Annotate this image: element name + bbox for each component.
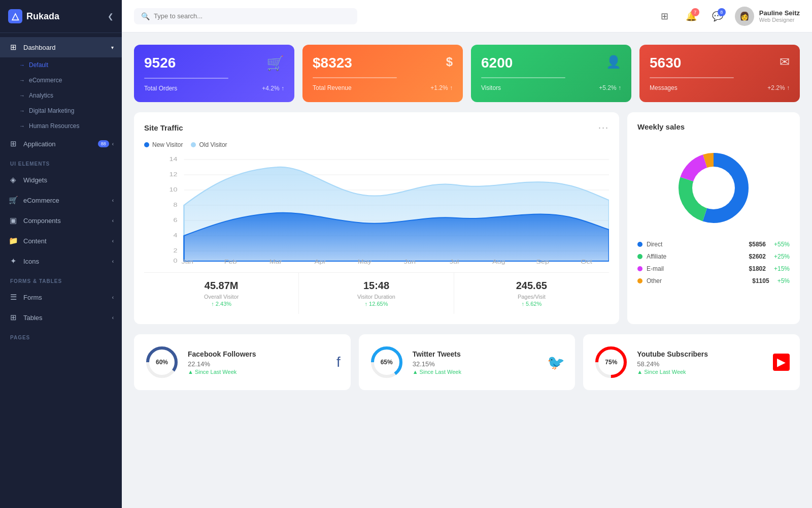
- chart-stat-pages: 245.65 Pages/Visit ↑ 5.62%: [454, 273, 609, 314]
- search-input[interactable]: [154, 12, 350, 20]
- email-dot: [637, 266, 642, 271]
- sidebar-item-widgets[interactable]: ◈ Widgets: [0, 170, 122, 190]
- svg-text:Sep: Sep: [536, 259, 549, 265]
- svg-text:Mar: Mar: [269, 259, 283, 265]
- stat-card-revenue: $8323 $ Total Revenue +1.2% ↑: [302, 45, 463, 102]
- site-traffic-title: Site Traffic: [144, 123, 183, 132]
- forms-tables-section-label: FORMS & TABLES: [0, 271, 122, 287]
- stat-card-visitors: 6200 👤 Visitors +5.2% ↑: [471, 45, 631, 102]
- sidebar-item-forms[interactable]: ☰ Forms ‹: [0, 287, 122, 307]
- weekly-sales-card: Weekly sales: [627, 112, 800, 324]
- svg-text:4: 4: [173, 232, 177, 239]
- svg-text:12: 12: [169, 171, 177, 178]
- main-area: 🔍 ⊞ 🔔 7 💬 8 👩 Pauline Seitz: [122, 0, 812, 508]
- sidebar-item-tables[interactable]: ⊞ Tables ‹: [0, 307, 122, 328]
- donut-chart: [673, 147, 754, 229]
- sidebar-subitem-digital-marketing[interactable]: Digital Marketing: [0, 103, 122, 118]
- twitter-title: Twitter Tweets: [413, 350, 539, 358]
- sidebar-subitem-default[interactable]: Default: [0, 57, 122, 73]
- svg-point-29: [692, 167, 735, 209]
- orders-icon: 🛒: [266, 55, 284, 72]
- search-box: 🔍: [134, 8, 357, 24]
- svg-text:Jun: Jun: [404, 259, 416, 265]
- application-icon: ⊞: [8, 139, 18, 149]
- facebook-progress: 60%: [144, 344, 180, 380]
- sidebar-item-components[interactable]: ▣ Components ‹: [0, 210, 122, 231]
- sidebar-item-label: Icons: [23, 258, 112, 265]
- sidebar-item-icons[interactable]: ✦ Icons ‹: [0, 251, 122, 271]
- twitter-progress-text: 65%: [381, 359, 393, 366]
- content-icon: 📁: [8, 236, 18, 246]
- sidebar-item-label: Components: [23, 217, 112, 225]
- pages-visit-label: Pages/Visit: [458, 294, 605, 300]
- stat-card-messages: 5630 ✉ Messages +2.2% ↑: [639, 45, 800, 102]
- user-role: Web Designer: [759, 17, 800, 23]
- sidebar-subitem-ecommerce[interactable]: eCommerce: [0, 73, 122, 88]
- sidebar-item-application[interactable]: ⊞ Application 88 ‹: [0, 134, 122, 154]
- svg-text:6: 6: [173, 217, 177, 224]
- stats-grid: 9526 🛒 Total Orders +4.2% ↑ $8323 $: [134, 45, 800, 102]
- grid-button[interactable]: ⊞: [656, 7, 674, 25]
- chart-stat-overall: 45.87M Overall Visitor ↑ 2.43%: [144, 273, 299, 314]
- other-change: +5%: [777, 277, 790, 284]
- sidebar-item-label: Forms: [23, 294, 112, 301]
- revenue-divider: [313, 77, 397, 78]
- youtube-change: ▲ Since Last Week: [637, 369, 765, 375]
- visitors-value: 6200: [481, 55, 513, 71]
- old-visitor-label: Old Visitor: [199, 141, 227, 148]
- facebook-change: ▲ Since Last Week: [188, 369, 328, 375]
- chart-stats: 45.87M Overall Visitor ↑ 2.43% 15:48 Vis…: [144, 272, 609, 314]
- revenue-label: Total Revenue: [313, 84, 352, 91]
- sidebar-item-ecommerce-ui[interactable]: 🛒 eCommerce ‹: [0, 190, 122, 210]
- user-profile[interactable]: 👩 Pauline Seitz Web Designer: [735, 7, 800, 26]
- email-change: +15%: [774, 265, 790, 272]
- other-label: Other: [647, 277, 748, 284]
- sidebar-logo: △ Rukada ❮: [0, 0, 122, 33]
- revenue-change: +1.2% ↑: [430, 84, 453, 91]
- orders-label: Total Orders: [144, 85, 177, 92]
- widgets-icon: ◈: [8, 175, 18, 185]
- sidebar-item-dashboard[interactable]: ⊞ Dashboard ▾: [0, 37, 122, 57]
- svg-text:Jan: Jan: [181, 259, 193, 265]
- sidebar-item-content[interactable]: 📁 Content ‹: [0, 231, 122, 251]
- facebook-progress-text: 60%: [156, 359, 168, 366]
- sales-legend-email: E-mail $1802 +15%: [637, 265, 790, 272]
- direct-dot: [637, 242, 642, 247]
- direct-value: $5856: [749, 241, 766, 248]
- youtube-info: Youtube Subscribers 58.24% ▲ Since Last …: [637, 350, 765, 375]
- ecommerce-icon: 🛒: [8, 195, 18, 205]
- logo-text: △ Rukada: [8, 9, 59, 23]
- messages-divider: [650, 77, 734, 78]
- sales-legend-affiliate: Affiliate $2602 +25%: [637, 253, 790, 260]
- middle-row: Site Traffic ··· New Visitor Old Visitor: [134, 112, 800, 324]
- sidebar-collapse-button[interactable]: ❮: [108, 12, 114, 20]
- logo-icon: △: [8, 9, 22, 23]
- social-row: 60% Facebook Followers 22.14% ▲ Since La…: [134, 334, 800, 390]
- svg-text:May: May: [358, 259, 372, 265]
- legend-old-visitor: Old Visitor: [191, 141, 227, 148]
- sidebar-item-label: Content: [23, 237, 112, 245]
- orders-change: +4.2% ↑: [262, 85, 284, 92]
- header-actions: ⊞ 🔔 7 💬 8 👩 Pauline Seitz Web Designer: [656, 7, 800, 26]
- svg-text:0: 0: [173, 258, 177, 264]
- dashboard-icon: ⊞: [8, 42, 18, 52]
- traffic-chart: 14 12 10 8 6 4 2 0: [144, 154, 609, 266]
- facebook-value: 22.14%: [188, 360, 328, 368]
- site-traffic-more-button[interactable]: ···: [598, 122, 609, 133]
- messages-icon: ✉: [780, 55, 790, 69]
- twitter-icon: 🐦: [547, 354, 565, 371]
- svg-text:14: 14: [169, 156, 177, 163]
- sidebar-item-label: Application: [23, 140, 98, 148]
- sidebar-subitem-analytics[interactable]: Analytics: [0, 88, 122, 103]
- affiliate-dot: [637, 254, 642, 259]
- sidebar-subitem-human-resources[interactable]: Human Resources: [0, 118, 122, 134]
- youtube-progress: 75%: [593, 344, 629, 380]
- twitter-change: ▲ Since Last Week: [413, 369, 539, 375]
- avatar: 👩: [735, 7, 754, 26]
- stat-card-orders: 9526 🛒 Total Orders +4.2% ↑: [134, 45, 294, 102]
- application-badge: 88: [98, 140, 109, 147]
- sales-legend-direct: Direct $5856 +55%: [637, 241, 790, 248]
- messages-button[interactable]: 💬 8: [708, 7, 727, 25]
- youtube-card: 75% Youtube Subscribers 58.24% ▲ Since L…: [583, 334, 800, 390]
- notifications-button[interactable]: 🔔 7: [682, 7, 700, 25]
